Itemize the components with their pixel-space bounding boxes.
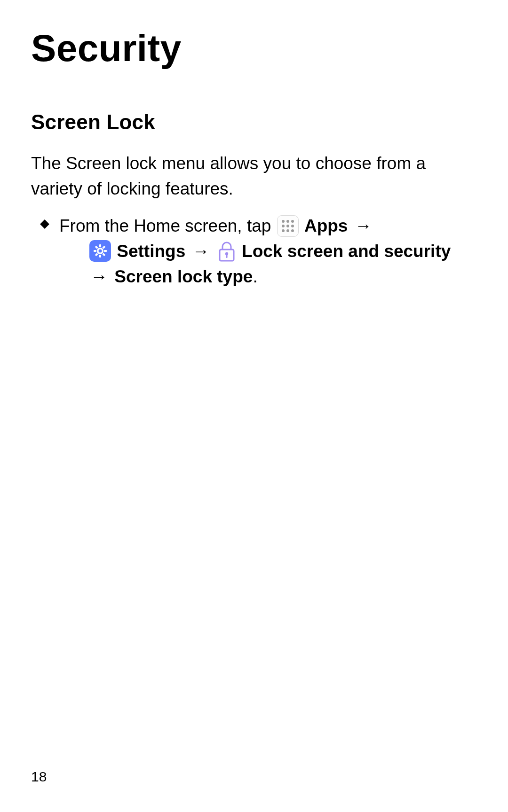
- svg-point-1: [286, 220, 289, 223]
- svg-rect-14: [95, 253, 98, 256]
- period: .: [253, 267, 257, 286]
- svg-rect-19: [226, 254, 227, 258]
- svg-point-6: [282, 229, 285, 232]
- lock-outline-icon: [217, 240, 236, 262]
- svg-rect-11: [94, 250, 96, 252]
- svg-point-2: [291, 220, 294, 223]
- svg-rect-12: [104, 250, 107, 252]
- svg-rect-10: [99, 255, 101, 258]
- intro-paragraph: The Screen lock menu allows you to choos…: [31, 151, 477, 201]
- svg-point-4: [286, 225, 289, 227]
- settings-gear-icon: [89, 240, 111, 262]
- svg-rect-15: [95, 246, 98, 249]
- arrow-icon: →: [192, 239, 210, 264]
- instruction-line-1: From the Home screen, tap Apps →: [59, 213, 477, 239]
- section-heading-screen-lock: Screen Lock: [31, 110, 477, 134]
- svg-point-3: [282, 225, 285, 227]
- page-title: Security: [31, 27, 477, 70]
- screen-lock-type-label: Screen lock type: [114, 267, 253, 286]
- svg-point-8: [291, 229, 294, 232]
- svg-rect-13: [102, 246, 105, 249]
- instruction-text-pre: From the Home screen, tap: [59, 216, 276, 235]
- svg-rect-16: [102, 253, 105, 256]
- apps-label: Apps: [304, 216, 348, 235]
- instruction-line-3: → Screen lock type.: [59, 264, 477, 289]
- svg-rect-9: [99, 244, 101, 247]
- page-number: 18: [31, 769, 47, 785]
- bullet-marker-icon: [40, 219, 49, 229]
- settings-label: Settings: [117, 242, 185, 261]
- svg-point-5: [291, 225, 294, 227]
- svg-point-0: [282, 220, 285, 223]
- svg-point-7: [286, 229, 289, 232]
- arrow-icon: →: [90, 264, 108, 289]
- instruction-line-2: Settings → Lock screen and security: [59, 239, 477, 264]
- lock-screen-security-label: Lock screen and security: [242, 242, 451, 261]
- apps-grid-icon: [277, 215, 299, 237]
- instruction-bullet: From the Home screen, tap Apps →: [31, 213, 477, 289]
- arrow-icon: →: [355, 213, 372, 239]
